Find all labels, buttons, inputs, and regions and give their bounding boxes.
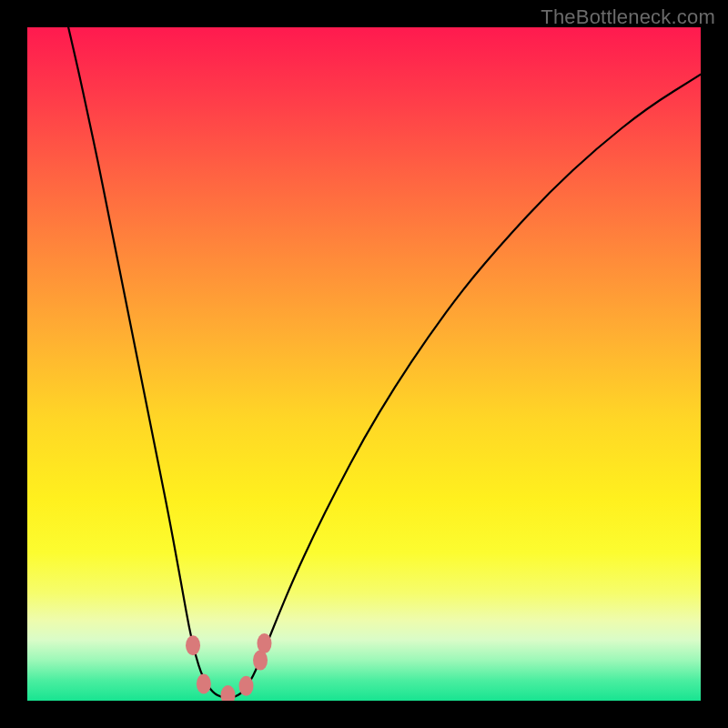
watermark-text: TheBottleneck.com: [541, 5, 715, 29]
plot-area: [27, 27, 701, 701]
data-marker: [221, 685, 236, 701]
bottleneck-curve: [68, 27, 701, 698]
chart-frame: TheBottleneck.com: [0, 0, 728, 728]
curve-svg: [27, 27, 701, 701]
data-marker: [257, 633, 271, 653]
data-marker: [186, 635, 200, 655]
data-marker: [239, 676, 254, 696]
data-marker: [197, 674, 211, 694]
